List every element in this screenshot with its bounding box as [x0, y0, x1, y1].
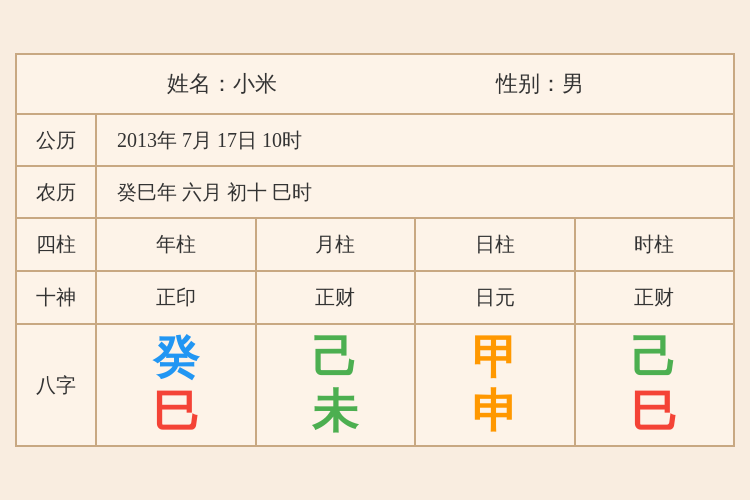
bazi-year: 癸 巳 [97, 325, 257, 445]
bazi-day-bottom: 申 [472, 389, 518, 435]
pillar-month: 月柱 [257, 219, 417, 270]
bazi-year-bottom: 巳 [153, 389, 199, 435]
shishen-month: 正财 [257, 272, 417, 323]
bazi-label: 八字 [17, 325, 97, 445]
bazi-day-top: 甲 [472, 335, 518, 381]
pillars-label: 四柱 [17, 219, 97, 270]
gregorian-value: 2013年 7月 17日 10时 [97, 117, 733, 164]
bazi-row: 八字 癸 巳 己 未 甲 申 己 巳 [17, 325, 733, 445]
shishen-day: 日元 [416, 272, 576, 323]
shishen-label: 十神 [17, 272, 97, 323]
bazi-day: 甲 申 [416, 325, 576, 445]
lunar-value: 癸巳年 六月 初十 巳时 [97, 169, 733, 216]
pillars-cells: 年柱 月柱 日柱 时柱 [97, 219, 733, 270]
header-row: 姓名：小米 性别：男 [17, 55, 733, 115]
lunar-row: 农历 癸巳年 六月 初十 巳时 [17, 167, 733, 219]
gregorian-row: 公历 2013年 7月 17日 10时 [17, 115, 733, 167]
gender-label: 性别：男 [496, 69, 584, 99]
bazi-month-top: 己 [312, 335, 358, 381]
shishen-year: 正印 [97, 272, 257, 323]
gregorian-label: 公历 [17, 115, 97, 165]
shishen-cells: 正印 正财 日元 正财 [97, 272, 733, 323]
shishen-hour: 正财 [576, 272, 734, 323]
pillar-hour: 时柱 [576, 219, 734, 270]
pillar-day: 日柱 [416, 219, 576, 270]
name-label: 姓名：小米 [167, 69, 277, 99]
bazi-year-top: 癸 [153, 335, 199, 381]
lunar-label: 农历 [17, 167, 97, 217]
bazi-month-bottom: 未 [312, 389, 358, 435]
pillars-header-row: 四柱 年柱 月柱 日柱 时柱 [17, 219, 733, 272]
bazi-hour: 己 巳 [576, 325, 734, 445]
bazi-month: 己 未 [257, 325, 417, 445]
bazi-cells: 癸 巳 己 未 甲 申 己 巳 [97, 325, 733, 445]
pillar-year: 年柱 [97, 219, 257, 270]
main-container: 姓名：小米 性别：男 公历 2013年 7月 17日 10时 农历 癸巳年 六月… [15, 53, 735, 447]
bazi-hour-bottom: 巳 [631, 389, 677, 435]
shishen-row: 十神 正印 正财 日元 正财 [17, 272, 733, 325]
bazi-hour-top: 己 [631, 335, 677, 381]
